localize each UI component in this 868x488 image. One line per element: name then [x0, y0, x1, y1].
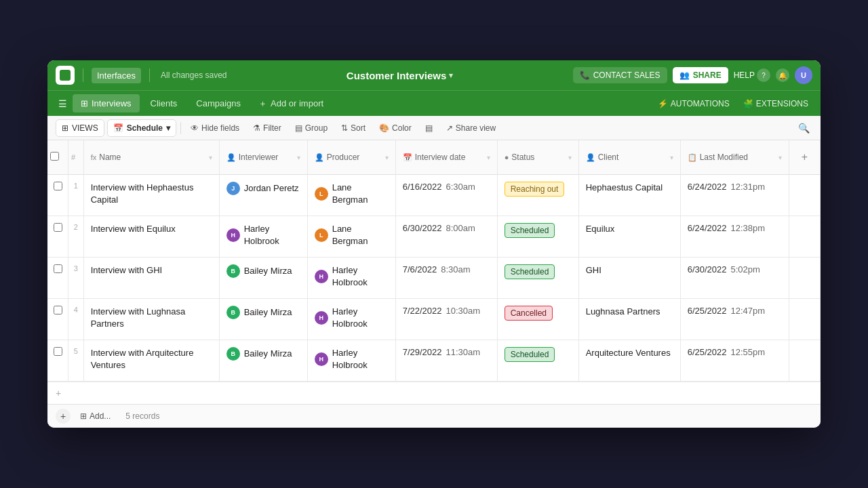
last-modified-cell[interactable]: 6/24/2022 12:38pm [680, 216, 789, 258]
hamburger-menu[interactable]: ☰ [56, 96, 70, 112]
add-label-button[interactable]: ⊞ Add... [76, 409, 115, 423]
sub-nav-right: ⚡ AUTOMATIONS 🧩 EXTENSIONS [654, 96, 812, 111]
interviewer-sort: ▾ [297, 154, 300, 161]
tab-clients[interactable]: Clients [142, 94, 186, 113]
name-cell[interactable]: Interview with Lughnasa Partners [83, 299, 219, 340]
title-dropdown-arrow[interactable]: ▾ [449, 71, 453, 80]
status-sort: ▾ [568, 154, 572, 161]
schedule-button[interactable]: 📅 Schedule ▾ [107, 119, 176, 137]
row-checkbox[interactable] [54, 182, 62, 190]
nav-interfaces[interactable]: Interfaces [92, 68, 141, 83]
color-button[interactable]: 🎨 Color [374, 121, 417, 136]
table-row[interactable]: 4 Interview with Lughnasa Partners B Bai… [47, 299, 821, 340]
interview-date-cell[interactable]: 7/6/2022 8:30am [395, 258, 497, 299]
name-sort: ▾ [209, 154, 212, 161]
search-button[interactable]: 🔍 [795, 120, 812, 136]
date-col-icon: 📅 [403, 153, 412, 162]
client-cell[interactable]: Equilux [578, 216, 680, 258]
table-body: 1 Interview with Hephaestus Capital J Jo… [47, 175, 821, 382]
name-cell[interactable]: Interview with Hephaestus Capital [83, 175, 219, 216]
status-cell[interactable]: Scheduled [497, 340, 578, 382]
interviewer-column-header: 👤Interviewer▾ [219, 140, 307, 175]
share-view-button[interactable]: ↗ Share view [441, 121, 501, 136]
filter-button[interactable]: ⚗ Filter [248, 121, 287, 136]
select-all-checkbox[interactable] [50, 152, 59, 161]
name-cell[interactable]: Interview with Equilux [83, 216, 219, 258]
last-modified-cell[interactable]: 6/25/2022 12:47pm [680, 299, 789, 340]
interviewer-cell[interactable]: H Harley Holbrook [219, 216, 307, 258]
status-cell[interactable]: Scheduled [497, 258, 578, 299]
row-checkbox[interactable] [54, 347, 62, 356]
status-cell[interactable]: Cancelled [497, 299, 578, 340]
nav-divider [83, 68, 83, 82]
interviewer-cell[interactable]: B Bailey Mirza [219, 258, 307, 299]
add-small-button[interactable]: + [56, 409, 71, 424]
group-button[interactable]: ▤ Group [290, 121, 333, 136]
producer-cell[interactable]: L Lane Bergman [307, 216, 395, 258]
help-button[interactable]: HELP ? [734, 68, 770, 82]
automations-button[interactable]: ⚡ AUTOMATIONS [654, 96, 734, 111]
views-icon: ⊞ [62, 123, 68, 133]
last-modified-cell[interactable]: 6/24/2022 12:31pm [680, 175, 789, 216]
producer-col-icon: 👤 [315, 153, 324, 162]
sort-icon: ⇅ [341, 123, 348, 133]
producer-cell[interactable]: L Lane Bergman [307, 175, 395, 216]
row-number: 5 [68, 340, 84, 382]
sub-nav: ☰ ⊞ Interviews Clients Campaigns ＋ Add o… [47, 90, 821, 116]
interview-date-cell[interactable]: 7/29/2022 11:30am [395, 340, 497, 382]
contact-sales-button[interactable]: 📞 CONTACT SALES [573, 67, 667, 83]
add-column-button[interactable]: + [796, 146, 813, 169]
row-checkbox-cell [47, 340, 68, 382]
table-row[interactable]: 1 Interview with Hephaestus Capital J Jo… [47, 175, 821, 216]
chart-button[interactable]: ▤ [420, 121, 438, 136]
last-modified-cell[interactable]: 6/25/2022 12:55pm [680, 340, 789, 382]
user-avatar[interactable]: U [795, 66, 812, 84]
interview-date-cell[interactable]: 6/30/2022 8:00am [395, 216, 497, 258]
row-extra [789, 299, 820, 340]
interviewer-cell[interactable]: J Jordan Peretz [219, 175, 307, 216]
name-cell[interactable]: Interview with GHI [83, 258, 219, 299]
add-import-button[interactable]: ＋ Add or import [252, 94, 330, 113]
interviewer-cell[interactable]: B Bailey Mirza [219, 299, 307, 340]
row-checkbox[interactable] [54, 223, 62, 232]
table-row[interactable]: 3 Interview with GHI B Bailey Mirza H Ha… [47, 258, 821, 299]
sort-button[interactable]: ⇅ Sort [336, 121, 371, 136]
producer-cell[interactable]: H Harley Holbrook [307, 258, 395, 299]
records-count: 5 records [125, 411, 159, 421]
client-cell[interactable]: GHI [578, 258, 680, 299]
add-row-button[interactable]: + [47, 382, 821, 404]
row-checkbox[interactable] [54, 264, 62, 273]
name-cell[interactable]: Interview with Arquitecture Ventures [83, 340, 219, 382]
changes-saved-label: All changes saved [161, 70, 226, 80]
client-cell[interactable]: Arquitecture Ventures [578, 340, 680, 382]
share-button[interactable]: 👥 SHARE [673, 67, 728, 83]
row-checkbox[interactable] [54, 306, 62, 314]
tab-interviews[interactable]: ⊞ Interviews [73, 94, 140, 113]
interview-date-cell[interactable]: 6/16/2022 6:30am [395, 175, 497, 216]
top-bar-right: 📞 CONTACT SALES 👥 SHARE HELP ? 🔔 U [573, 66, 812, 84]
status-cell[interactable]: Reaching out [497, 175, 578, 216]
notifications-icon[interactable]: 🔔 [776, 68, 789, 82]
status-cell[interactable]: Scheduled [497, 216, 578, 258]
extensions-button[interactable]: 🧩 EXTENSIONS [739, 96, 812, 111]
client-cell[interactable]: Hephaestus Capital [578, 175, 680, 216]
producer-cell[interactable]: H Harley Holbrook [307, 340, 395, 382]
nav-divider-2 [149, 68, 150, 82]
client-cell[interactable]: Lughnasa Partners [578, 299, 680, 340]
client-col-icon: 👤 [586, 153, 595, 162]
table-row[interactable]: 2 Interview with Equilux H Harley Holbro… [47, 216, 821, 258]
group-icon: ▤ [295, 123, 302, 133]
producer-avatar: H [315, 311, 328, 325]
producer-cell[interactable]: H Harley Holbrook [307, 299, 395, 340]
producer-avatar: L [315, 187, 328, 201]
interview-date-cell[interactable]: 7/22/2022 10:30am [395, 299, 497, 340]
row-extra [789, 216, 820, 258]
last-modified-cell[interactable]: 6/30/2022 5:02pm [680, 258, 789, 299]
interviewer-cell[interactable]: B Bailey Mirza [219, 340, 307, 382]
hide-fields-button[interactable]: 👁 Hide fields [185, 121, 245, 136]
add-row-icon: + [56, 388, 61, 399]
table-row[interactable]: 5 Interview with Arquitecture Ventures B… [47, 340, 821, 382]
views-button[interactable]: ⊞ VIEWS [56, 119, 104, 137]
tab-campaigns[interactable]: Campaigns [188, 94, 249, 113]
interviewer-avatar: B [226, 306, 240, 319]
